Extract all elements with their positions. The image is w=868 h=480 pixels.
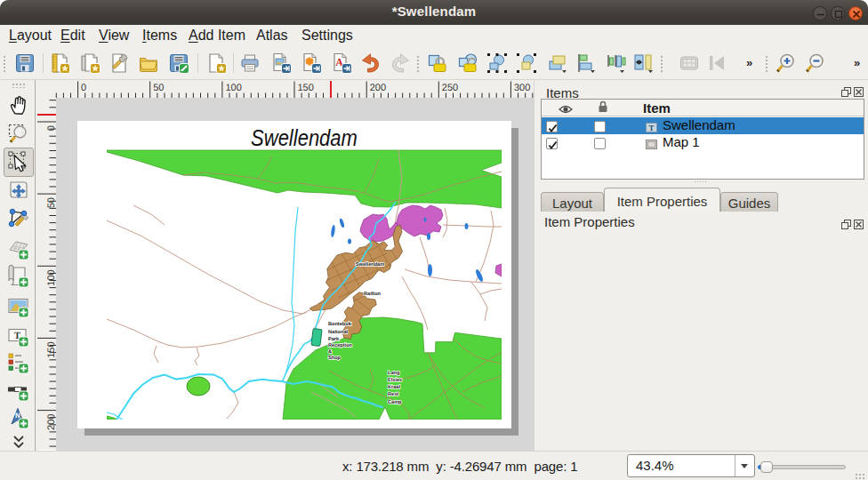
svg-text:300: 300 — [514, 83, 530, 93]
svg-text:200: 200 — [370, 83, 386, 93]
svg-text:&: & — [328, 349, 332, 355]
svg-text:Swellendam: Swellendam — [356, 261, 384, 268]
svg-text:Kraal: Kraal — [388, 384, 400, 390]
svg-text:0: 0 — [46, 125, 56, 131]
svg-text:Shop: Shop — [328, 355, 342, 361]
svg-text:200: 200 — [46, 414, 56, 430]
svg-text:Camp: Camp — [388, 400, 402, 405]
svg-text:Rest: Rest — [388, 392, 398, 397]
svg-text:50: 50 — [153, 83, 164, 93]
svg-text:0: 0 — [81, 83, 86, 93]
svg-text:Lang: Lang — [388, 371, 400, 376]
svg-text:N: N — [15, 412, 20, 420]
svg-text:100: 100 — [46, 269, 56, 285]
svg-text:Reception: Reception — [328, 342, 353, 348]
svg-text:Elsies: Elsies — [388, 377, 402, 383]
svg-text:Park: Park — [328, 336, 340, 342]
svg-text:150: 150 — [46, 341, 56, 357]
svg-text:250: 250 — [442, 83, 458, 93]
svg-text:T: T — [648, 124, 654, 132]
svg-text:150: 150 — [298, 83, 314, 93]
svg-text:50: 50 — [46, 197, 56, 208]
svg-text:National: National — [328, 329, 349, 335]
svg-text:Railton: Railton — [364, 291, 382, 297]
svg-text:Bontebok: Bontebok — [328, 321, 352, 327]
svg-text:100: 100 — [225, 83, 241, 93]
